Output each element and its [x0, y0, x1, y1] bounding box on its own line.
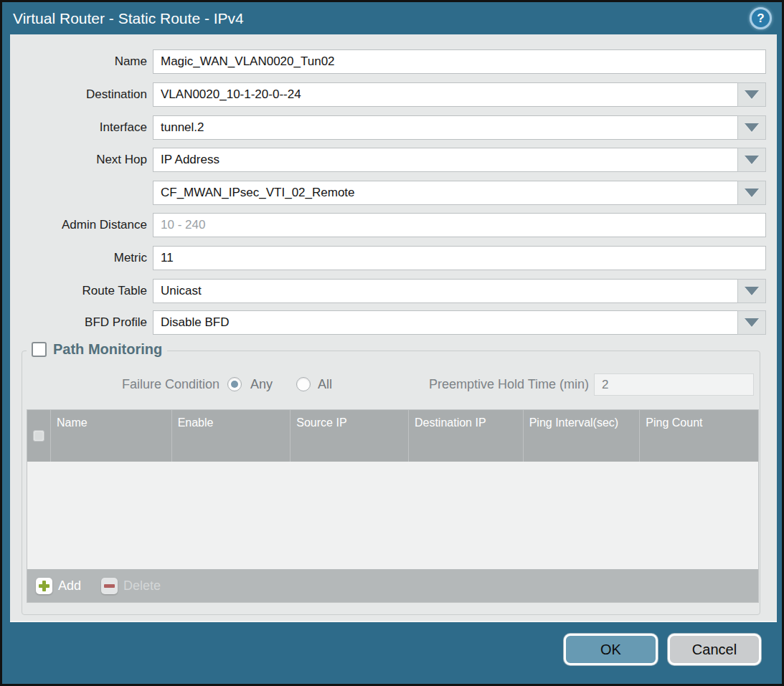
dialog-title: Virtual Router - Static Route - IPv4	[13, 10, 244, 27]
row-metric: Metric	[10, 246, 777, 270]
failure-condition-all-radio[interactable]	[296, 377, 311, 391]
help-icon[interactable]: ?	[750, 7, 772, 29]
row-next-hop: Next Hop	[10, 148, 777, 172]
table-body-empty	[27, 462, 758, 569]
bfd-profile-dropdown-button[interactable]	[737, 310, 766, 335]
minus-icon	[101, 578, 118, 594]
delete-button[interactable]: Delete	[101, 578, 161, 594]
interface-combo	[153, 115, 766, 140]
failure-condition-label: Failure Condition	[22, 372, 219, 396]
bfd-profile-label: BFD Profile	[10, 310, 147, 335]
bfd-profile-combo	[153, 310, 766, 335]
next-hop-address-combo	[153, 181, 766, 205]
column-header-name[interactable]: Name	[50, 410, 171, 462]
route-table-input[interactable]	[153, 279, 766, 303]
column-header-enable[interactable]: Enable	[171, 410, 291, 462]
chevron-down-icon	[745, 287, 759, 295]
destination-dropdown-button[interactable]	[737, 82, 766, 107]
add-button-label: Add	[58, 578, 81, 594]
metric-input[interactable]	[153, 246, 766, 270]
column-header-ping-count[interactable]: Ping Count	[639, 410, 758, 462]
next-hop-input[interactable]	[153, 148, 766, 172]
static-route-dialog: Virtual Router - Static Route - IPv4 ? N…	[0, 0, 784, 686]
destination-input[interactable]	[153, 82, 766, 107]
title-bar: Virtual Router - Static Route - IPv4 ?	[2, 2, 782, 34]
next-hop-address-input[interactable]	[153, 181, 766, 205]
failure-condition-all-label: All	[318, 372, 332, 396]
ok-button[interactable]: OK	[564, 634, 658, 665]
route-table-combo	[153, 279, 766, 303]
path-monitoring-legend: Path Monitoring	[27, 341, 167, 358]
column-header-source-ip[interactable]: Source IP	[290, 410, 408, 462]
admin-distance-label: Admin Distance	[10, 213, 147, 237]
admin-distance-input[interactable]	[153, 213, 766, 237]
row-bfd-profile: BFD Profile	[10, 310, 777, 335]
row-interface: Interface	[10, 115, 777, 140]
help-glyph: ?	[757, 11, 764, 26]
row-name: Name	[10, 49, 777, 74]
row-next-hop-address	[10, 181, 777, 205]
path-monitoring-title: Path Monitoring	[53, 341, 162, 358]
path-monitoring-section: Path Monitoring Failure Condition Any Al…	[22, 351, 760, 615]
cancel-button[interactable]: Cancel	[668, 634, 761, 665]
destination-label: Destination	[10, 82, 147, 107]
route-table-label: Route Table	[10, 279, 147, 303]
ok-button-label: OK	[600, 642, 621, 658]
bfd-profile-input[interactable]	[153, 310, 766, 335]
next-hop-dropdown-button[interactable]	[737, 148, 766, 172]
table-footer-bar: Add Delete	[27, 569, 758, 602]
failure-condition-any-label: Any	[250, 372, 273, 396]
interface-input[interactable]	[153, 115, 766, 140]
select-all-checkbox[interactable]	[33, 430, 44, 442]
delete-button-label: Delete	[123, 578, 161, 594]
next-hop-label: Next Hop	[10, 148, 147, 172]
cancel-button-label: Cancel	[692, 642, 737, 658]
next-hop-address-dropdown-button[interactable]	[737, 181, 766, 205]
name-input[interactable]	[153, 49, 766, 74]
chevron-down-icon	[745, 90, 759, 99]
next-hop-combo	[153, 148, 766, 172]
chevron-down-icon	[745, 189, 759, 197]
chevron-down-icon	[745, 123, 759, 132]
column-header-ping-interval[interactable]: Ping Interval(sec)	[523, 410, 640, 462]
add-button[interactable]: Add	[36, 578, 81, 594]
metric-label: Metric	[10, 246, 147, 270]
row-destination: Destination	[10, 82, 777, 107]
interface-dropdown-button[interactable]	[737, 115, 766, 140]
path-monitoring-checkbox[interactable]	[32, 342, 47, 357]
plus-icon	[36, 578, 52, 594]
table-header-row: Name Enable Source IP Destination IP Pin…	[27, 410, 758, 462]
select-all-header-cell	[27, 410, 50, 462]
dialog-body: Name Destination Interface	[10, 34, 777, 622]
failure-condition-any-radio[interactable]	[227, 377, 242, 391]
chevron-down-icon	[745, 156, 759, 164]
failure-condition-row: Failure Condition Any All Preemptive Hol…	[22, 372, 760, 396]
name-label: Name	[10, 49, 147, 74]
preemptive-hold-label: Preemptive Hold Time (min)	[367, 372, 589, 396]
destination-combo	[153, 82, 766, 107]
path-monitoring-table: Name Enable Source IP Destination IP Pin…	[27, 409, 759, 603]
route-table-dropdown-button[interactable]	[737, 279, 766, 303]
interface-label: Interface	[10, 115, 147, 140]
row-route-table: Route Table	[10, 279, 777, 303]
row-admin-distance: Admin Distance	[10, 213, 777, 237]
preemptive-hold-input[interactable]	[594, 373, 754, 396]
chevron-down-icon	[745, 318, 759, 327]
next-hop-address-label	[10, 181, 147, 205]
column-header-destination-ip[interactable]: Destination IP	[408, 410, 523, 462]
